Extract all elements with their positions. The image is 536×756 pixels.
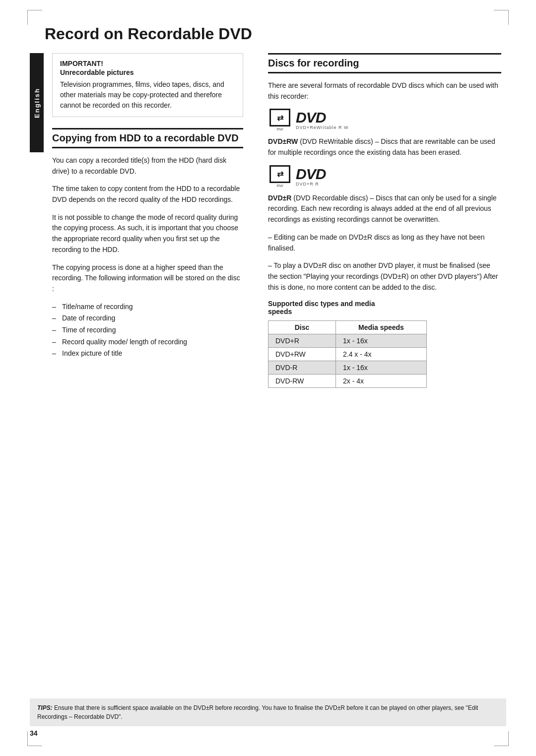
corner-mark-bl-h <box>27 746 42 746</box>
table-row: DVD-RW2x - 4x <box>268 375 427 388</box>
dvd-rw-logo-container: ⇄ RW DVD DVD+ReWritable R W <box>268 109 501 131</box>
page-container: Record on Recordable DVD English IMPORTA… <box>0 0 536 756</box>
rw-box-1: ⇄ <box>269 109 290 126</box>
dvd-r-logo-container: ⇄ RW DVD DVD+R R <box>268 165 501 188</box>
dvd-rw-text: DVD±RW (DVD ReWritable discs) – Discs th… <box>268 136 501 158</box>
left-section-heading: Copying from HDD to a recordable DVD <box>52 128 243 148</box>
left-para-2: The time taken to copy content from the … <box>52 184 243 205</box>
dvd-logo-sub-2: DVD+R R <box>296 182 319 187</box>
bullet-item-4: Record quality mode/ length of recording <box>52 337 243 348</box>
table-row: DVD+R1x - 16x <box>268 334 427 348</box>
col-media-speeds: Media speeds <box>336 321 427 334</box>
page-title: Record on Recordable DVD <box>30 25 506 43</box>
rw-badge-2: ⇄ RW <box>268 165 292 188</box>
right-column: Discs for recording There are several fo… <box>258 53 506 388</box>
rw-box-label-1: RW <box>276 127 283 131</box>
speed-cell: 2.4 x - 4x <box>336 348 427 361</box>
tips-content: Ensure that there is sufficient space av… <box>37 704 478 720</box>
left-para-1: You can copy a recorded title(s) from th… <box>52 155 243 177</box>
rw-box-2: ⇄ <box>269 165 290 183</box>
corner-mark-tl-v <box>27 10 28 25</box>
important-subheading: Unrecordable pictures <box>60 68 235 76</box>
bullet-item-3: Time of recording <box>52 325 243 336</box>
table-row: DVD-R1x - 16x <box>268 361 427 375</box>
left-para-4: The copying process is done at a higher … <box>52 262 243 295</box>
dvd-logo-1: DVD DVD+ReWritable R W <box>296 110 349 130</box>
dvd-logo-main-1: DVD <box>296 110 326 125</box>
corner-mark-br-v <box>508 731 509 746</box>
disc-cell: DVD+R <box>268 334 336 348</box>
bullet-item-1: Title/name of recording <box>52 302 243 313</box>
corner-mark-tr-v <box>508 10 509 25</box>
corner-mark-bl-v <box>27 731 28 746</box>
dvd-r-label: DVD±R <box>268 194 291 202</box>
speed-cell: 1x - 16x <box>336 361 427 375</box>
rw-arrows-2: ⇄ <box>277 169 283 179</box>
dvd-r-extra-1: – Editing can be made on DVD±R discs as … <box>268 232 501 253</box>
rw-box-label-2: RW <box>276 184 283 188</box>
dvd-r-text: DVD±R (DVD Recordable discs) – Discs tha… <box>268 193 501 225</box>
rw-badge-1: ⇄ RW <box>268 109 292 131</box>
speed-cell: 2x - 4x <box>336 375 427 388</box>
dvd-logo-2: DVD DVD+R R <box>296 167 326 187</box>
tips-label: TIPS: <box>37 704 53 711</box>
sidebar-tab-label: English <box>33 88 41 118</box>
right-intro-text: There are several formats of recordable … <box>268 80 501 102</box>
disc-cell: DVD+RW <box>268 348 336 361</box>
bullet-item-5: Index picture of title <box>52 348 243 359</box>
corner-mark-tl-h <box>27 10 42 10</box>
supported-disc-heading: Supported disc types and media speeds <box>268 300 501 315</box>
dvd-r-desc: (DVD Recordable discs) – Discs that can … <box>268 194 497 223</box>
right-section-heading: Discs for recording <box>268 53 501 73</box>
corner-mark-br-h <box>494 746 509 746</box>
dvd-r-extra-2: – To play a DVD±R disc on another DVD pl… <box>268 260 501 293</box>
left-column: IMPORTANT! Unrecordable pictures Televis… <box>30 53 258 388</box>
left-para-3: It is not possible to change the mode of… <box>52 212 243 255</box>
col-disc: Disc <box>268 321 336 334</box>
disc-table-body: DVD+R1x - 16xDVD+RW2.4 x - 4xDVD-R1x - 1… <box>268 334 427 388</box>
table-row: DVD+RW2.4 x - 4x <box>268 348 427 361</box>
bullet-list: Title/name of recording Date of recordin… <box>52 302 243 359</box>
page-number: 34 <box>30 729 38 737</box>
disc-cell: DVD-RW <box>268 375 336 388</box>
dvd-rw-desc: (DVD ReWritable discs) – Discs that are … <box>268 137 495 156</box>
dvd-rw-label: DVD±RW <box>268 137 298 145</box>
rw-arrows-1: ⇄ <box>277 113 283 123</box>
tips-section: TIPS: Ensure that there is sufficient sp… <box>30 698 506 726</box>
main-content: English IMPORTANT! Unrecordable pictures… <box>30 53 506 388</box>
table-header-row: Disc Media speeds <box>268 321 427 334</box>
sidebar-tab: English <box>30 53 44 152</box>
disc-cell: DVD-R <box>268 361 336 375</box>
corner-mark-tr-h <box>494 10 509 10</box>
bullet-item-2: Date of recording <box>52 313 243 324</box>
important-text: Television programmes, films, video tape… <box>60 79 235 111</box>
speed-cell: 1x - 16x <box>336 334 427 348</box>
dvd-logo-main-2: DVD <box>296 167 326 182</box>
important-box: IMPORTANT! Unrecordable pictures Televis… <box>52 53 243 117</box>
disc-table: Disc Media speeds DVD+R1x - 16xDVD+RW2.4… <box>268 320 427 388</box>
important-label: IMPORTANT! <box>60 60 235 67</box>
dvd-logo-sub-1: DVD+ReWritable R W <box>296 125 349 130</box>
